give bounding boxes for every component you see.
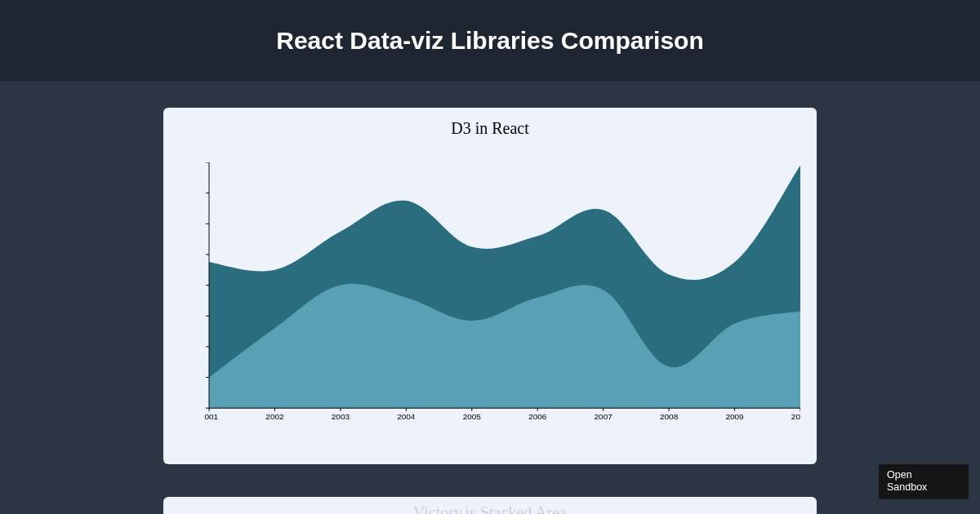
x-tick-label: 2005 [463,413,481,422]
chart-plot-area: 0204060801001201401602001200220032004200… [180,146,800,448]
chart-title-secondary: Victory.js Stacked Area [163,503,817,514]
x-tick-label: 2002 [265,413,283,422]
x-tick-label: 2006 [528,413,546,422]
area-chart-svg: 0204060801001201401602001200220032004200… [204,162,800,423]
x-tick-label: 2001 [204,413,218,422]
x-tick-label: 2003 [332,413,350,422]
chart-title: D3 in React [180,119,800,138]
x-tick-label: 2008 [660,413,678,422]
x-tick-label: 2007 [595,413,612,422]
x-tick-label: 2004 [397,413,416,422]
chart-card-victory-peek: Victory.js Stacked Area [163,497,817,514]
x-tick-label: 2010 [791,413,800,422]
open-sandbox-line1: Open [887,469,960,482]
x-tick-label: 2009 [725,413,743,422]
open-sandbox-button[interactable]: Open Sandbox [879,464,969,499]
page-header: React Data-viz Libraries Comparison [0,0,980,82]
page-title: React Data-viz Libraries Comparison [276,27,704,55]
open-sandbox-line2: Sandbox [887,481,960,494]
chart-card-d3: D3 in React 0204060801001201401602001200… [163,108,817,464]
